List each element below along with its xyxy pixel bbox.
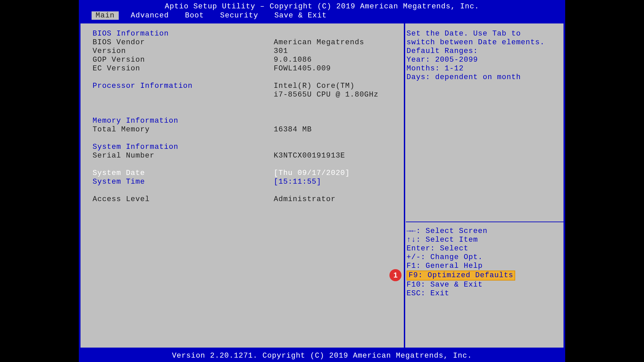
tab-boot[interactable]: Boot — [181, 11, 208, 20]
help-divider — [406, 222, 564, 222]
help-text: Set the Date. Use Tab to switch between … — [407, 29, 564, 82]
tab-main[interactable]: Main — [92, 11, 119, 20]
help-pane: Set the Date. Use Tab to switch between … — [405, 23, 564, 348]
help-line4: Year: 2005-2099 — [407, 56, 560, 64]
total-memory-label: Total Memory — [93, 125, 274, 134]
help-line3: Default Ranges: — [407, 47, 560, 56]
ec-label: EC Version — [93, 64, 274, 73]
tab-security[interactable]: Security — [216, 11, 262, 20]
footer-text: Version 2.20.1271. Copyright (C) 2019 Am… — [79, 350, 565, 362]
serial-label: Serial Number — [93, 152, 274, 160]
memory-info-heading: Memory Information — [93, 117, 274, 125]
processor-info-heading: Processor Information — [93, 82, 274, 90]
access-level-value: Administrator — [274, 195, 336, 204]
ec-value: FOWL1405.009 — [274, 64, 331, 73]
content-area: BIOS Information BIOS VendorAmerican Meg… — [79, 22, 565, 350]
system-time-label[interactable]: System Time — [93, 178, 274, 186]
serial-value: K3NTCX00191913E — [274, 152, 345, 160]
access-level-label: Access Level — [93, 195, 274, 204]
hint-esc: ESC: Exit — [407, 289, 564, 298]
tab-save-exit[interactable]: Save & Exit — [270, 11, 331, 20]
menu-bar: Main Advanced Boot Security Save & Exit — [79, 11, 565, 22]
tab-advanced[interactable]: Advanced — [127, 11, 173, 20]
main-pane: BIOS Information BIOS VendorAmerican Meg… — [80, 23, 405, 348]
hint-f9-highlighted: F9: Optimized Defaults — [407, 270, 515, 281]
version-label: Version — [93, 47, 274, 56]
system-date-value[interactable]: [Thu 09/17/2020] — [274, 169, 350, 178]
hint-select-screen: →←: Select Screen — [407, 227, 564, 236]
hint-select-item: ↑↓: Select Item — [407, 236, 564, 244]
processor-value-line1: Intel(R) Core(TM) — [274, 82, 355, 90]
system-date-label[interactable]: System Date — [93, 169, 274, 178]
hint-f1: F1: General Help — [407, 262, 564, 270]
help-line5: Months: 1-12 — [407, 64, 560, 73]
bios-vendor-label: BIOS Vendor — [93, 38, 274, 47]
total-memory-value: 16384 MB — [274, 125, 312, 134]
hint-change-opt: +/-: Change Opt. — [407, 253, 564, 262]
gop-label: GOP Version — [93, 56, 274, 64]
bios-vendor-value: American Megatrends — [274, 38, 364, 47]
gop-value: 9.0.1086 — [274, 56, 312, 64]
bios-info-heading: BIOS Information — [93, 29, 274, 38]
version-value: 301 — [274, 47, 288, 56]
help-line1: Set the Date. Use Tab to — [407, 29, 560, 38]
system-info-heading: System Information — [93, 143, 274, 152]
annotation-badge-1: 1 — [389, 269, 401, 281]
processor-value-line2: i7-8565U CPU @ 1.80GHz — [274, 90, 378, 99]
bios-screen: Aptio Setup Utility – Copyright (C) 2019… — [79, 0, 565, 362]
help-line2: switch between Date elements. — [407, 38, 560, 47]
system-time-value[interactable]: [15:11:55] — [274, 178, 321, 186]
header-title: Aptio Setup Utility – Copyright (C) 2019… — [79, 0, 565, 11]
key-hints: 1 →←: Select Screen ↑↓: Select Item Ente… — [407, 227, 564, 342]
hint-f10: F10: Save & Exit — [407, 281, 564, 289]
hint-enter: Enter: Select — [407, 244, 564, 253]
help-line6: Days: dependent on month — [407, 73, 560, 82]
